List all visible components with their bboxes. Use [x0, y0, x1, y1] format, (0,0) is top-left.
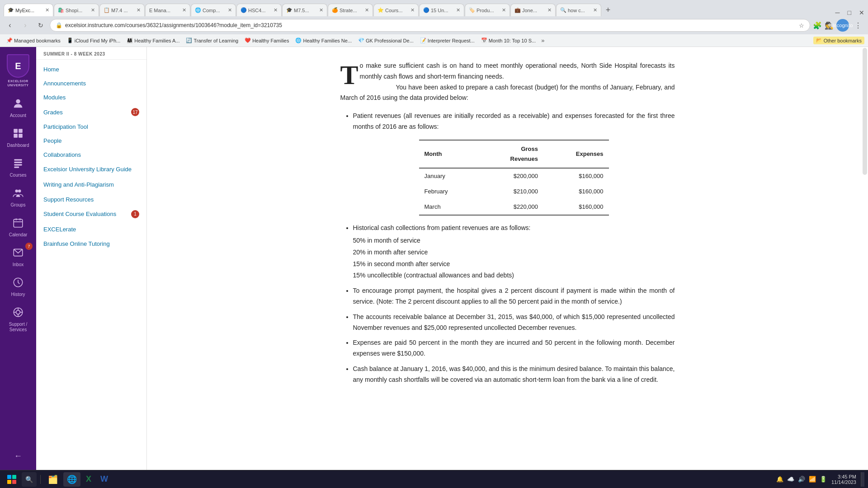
- bookmark-interp[interactable]: 📝 Interpreter Request...: [417, 37, 477, 44]
- sidebar-link-collaborations[interactable]: Collaborations: [36, 148, 146, 162]
- tab-close-icon[interactable]: ✕: [91, 7, 95, 13]
- nav-item-groups[interactable]: Groups: [0, 181, 36, 211]
- sidebar-link-library[interactable]: Excelsior University Library Guide: [36, 162, 146, 177]
- taskbar-app-word[interactable]: W: [97, 472, 112, 487]
- sidebar-link-people[interactable]: People: [36, 134, 146, 148]
- tab-hsc4[interactable]: 🔵 HSC4... ✕: [236, 4, 282, 16]
- tab-close-icon[interactable]: ✕: [319, 7, 323, 13]
- tab-strat[interactable]: 🍊 Strate... ✕: [328, 4, 373, 16]
- browser-menu-button[interactable]: ⋮: [852, 19, 864, 32]
- account-icon: [10, 95, 26, 112]
- tab-m74[interactable]: 📋 M7.4 ... ✕: [99, 4, 145, 16]
- support-label: Support /Services: [9, 322, 28, 333]
- bullet-item-3: To encourage prompt payment, the hospita…: [353, 286, 675, 307]
- tab-shopi[interactable]: 🛍️ Shopi... ✕: [54, 4, 99, 16]
- sidebar-link-home[interactable]: Home: [36, 62, 146, 76]
- tab-howc[interactable]: 🔍 how c... ✕: [556, 4, 601, 16]
- tab-close-icon[interactable]: ✕: [45, 7, 49, 13]
- table-row-january: January $200,000 $160,000: [419, 168, 609, 184]
- reload-button[interactable]: ↻: [34, 19, 47, 32]
- notification-icon[interactable]: 🔔: [776, 476, 783, 483]
- tab-close-icon[interactable]: ✕: [365, 7, 369, 13]
- nav-item-support[interactable]: Support /Services: [0, 300, 36, 336]
- taskbar-time-area[interactable]: 3:45 PM 11/14/2023: [829, 474, 859, 485]
- tab-15un[interactable]: 🔵 15 Un... ✕: [419, 4, 464, 16]
- tab-comp[interactable]: 🌐 Comp... ✕: [191, 4, 236, 16]
- bookmark-transfer[interactable]: 🔄 Transfer of Learning: [183, 37, 241, 44]
- other-bookmarks-button[interactable]: 📂 Other bookmarks: [813, 37, 864, 44]
- bookmark-hfne[interactable]: 🌐 Healthy Families Ne...: [292, 37, 354, 44]
- bookmark-month[interactable]: 📅 Month 10: Top 10 S...: [478, 37, 538, 44]
- taskbar-app-excel[interactable]: X: [82, 472, 95, 487]
- nav-item-inbox[interactable]: 7 Inbox: [0, 241, 36, 271]
- sidebar-link-participation[interactable]: Participation Tool: [36, 120, 146, 134]
- nav-collapse-button[interactable]: ←: [9, 447, 27, 465]
- volume-icon[interactable]: 🔊: [798, 476, 805, 483]
- tab-close-icon[interactable]: ✕: [182, 7, 186, 13]
- sidebar-link-announcements[interactable]: Announcements: [36, 76, 146, 90]
- tab-close-icon[interactable]: ✕: [456, 7, 460, 13]
- tab-close-icon[interactable]: ✕: [593, 7, 597, 13]
- sidebar-link-excelerate[interactable]: EXCELerate: [36, 222, 146, 236]
- sidebar-link-writing[interactable]: Writing and Anti-Plagiarism: [36, 177, 146, 192]
- bookmark-icloud[interactable]: 📱 iCloud Find My iPh...: [64, 37, 123, 44]
- nav-item-dashboard[interactable]: Dashboard: [0, 122, 36, 151]
- network-icon[interactable]: 📶: [809, 476, 816, 483]
- tab-close-icon[interactable]: ✕: [274, 7, 278, 13]
- extensions-icon[interactable]: 🧩: [813, 21, 822, 30]
- bookmark-star-icon[interactable]: ☆: [799, 22, 804, 29]
- tab-label: Strate...: [340, 8, 363, 13]
- nav-item-account[interactable]: Account: [0, 92, 36, 122]
- nav-item-courses[interactable]: Courses: [0, 151, 36, 181]
- tab-myexc[interactable]: 🎓 MyExc... ✕: [4, 4, 53, 16]
- tab-mana[interactable]: E Mana... ✕: [145, 4, 190, 16]
- tab-close-icon[interactable]: ✕: [228, 7, 232, 13]
- sidebar-link-evaluations[interactable]: Student Course Evaluations 1: [36, 206, 146, 222]
- tab-close-window-button[interactable]: ✕: [855, 9, 868, 16]
- bookmark-gk[interactable]: 💎 GK Professional De...: [355, 37, 416, 44]
- tab-cours[interactable]: ⭐ Cours... ✕: [373, 4, 419, 16]
- tab-produ[interactable]: 🏷️ Produ... ✕: [465, 4, 510, 16]
- tab-close-icon[interactable]: ✕: [502, 7, 506, 13]
- sidebar-link-modules[interactable]: Modules: [36, 90, 146, 104]
- start-button[interactable]: [4, 471, 20, 488]
- tab-m75[interactable]: 🎓 M7.5... ✕: [282, 4, 327, 16]
- nav-item-history[interactable]: History: [0, 271, 36, 300]
- tab-close-icon[interactable]: ✕: [547, 7, 552, 13]
- bullet-item-5: Expenses are paid 50 percent in the mont…: [353, 338, 675, 359]
- taskbar-search[interactable]: 🔍: [22, 472, 37, 487]
- inbox-icon: [10, 244, 26, 261]
- bookmarks-overflow-button[interactable]: »: [541, 37, 544, 44]
- back-button[interactable]: ‹: [4, 19, 16, 32]
- bullet-text-2: Historical cash collections from patient…: [353, 224, 531, 231]
- forward-button[interactable]: ›: [19, 19, 32, 32]
- excelsior-logo: E EXCELSIORUNIVERSITY: [0, 52, 36, 92]
- content-area: T o make sure sufficient cash is on hand…: [147, 47, 868, 470]
- sidebar-link-grades[interactable]: Grades 17: [36, 104, 146, 120]
- svg-point-18: [16, 310, 20, 314]
- sidebar-link-support[interactable]: Support Resources: [36, 192, 146, 206]
- history-label: History: [11, 292, 25, 297]
- bookmark-hf[interactable]: ❤️ Healthy Families: [242, 37, 292, 44]
- nav-item-calendar[interactable]: Calendar: [0, 211, 36, 241]
- tab-close-icon[interactable]: ✕: [137, 7, 141, 13]
- tab-minimize-button[interactable]: ─: [832, 9, 844, 16]
- intro-text-2: You have been asked to prepare a cash fo…: [340, 82, 675, 104]
- show-desktop-button[interactable]: [861, 472, 864, 487]
- bookmark-hfne-label: Healthy Families Ne...: [303, 38, 352, 43]
- sidebar: SUMMER II - 8 WEEK 2023 Home Announcemen…: [36, 47, 147, 470]
- tab-add-button[interactable]: +: [602, 4, 614, 16]
- profile-button[interactable]: Incognito: [836, 19, 849, 32]
- battery-icon[interactable]: 🔋: [820, 476, 827, 483]
- taskbar-app-chrome[interactable]: 🌐: [63, 472, 80, 487]
- address-field[interactable]: 🔒 excelsior.instructure.com/courses/3632…: [50, 19, 810, 32]
- tab-close-icon[interactable]: ✕: [410, 7, 415, 13]
- bookmark-managed[interactable]: 📌 Managed bookmarks: [4, 37, 63, 44]
- content-scroll: T o make sure sufficient cash is on hand…: [304, 47, 711, 405]
- tab-maximize-button[interactable]: □: [844, 9, 855, 16]
- bookmark-hfa[interactable]: 👨‍👩‍👧 Healthy Families A...: [124, 37, 182, 44]
- cloud-icon[interactable]: ☁️: [787, 476, 794, 483]
- tab-jones[interactable]: 💼 Jone... ✕: [510, 4, 556, 16]
- taskbar-app-folder[interactable]: 🗂️: [44, 472, 61, 487]
- sidebar-link-brainfuse[interactable]: Brainfuse Online Tutoring: [36, 236, 146, 252]
